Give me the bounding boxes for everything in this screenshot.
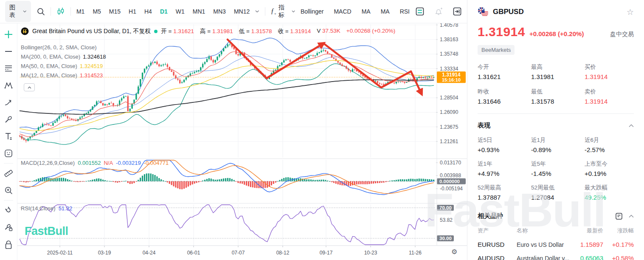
crosshair-tool-icon[interactable] bbox=[2, 26, 15, 43]
chart-symbol-header: Great Britain Pound vs US Dollar, D1, 不复… bbox=[21, 27, 395, 35]
chevron-up-icon[interactable] bbox=[629, 215, 634, 218]
performance-cell: 上市至今+0.19% bbox=[585, 160, 634, 177]
function-icon: ƒ+ bbox=[271, 7, 276, 16]
timeframe-chevron-icon[interactable] bbox=[255, 10, 259, 13]
lock-tool-icon[interactable] bbox=[2, 236, 15, 253]
indicator-shortcuts: BollingerMACDMAMARSI bbox=[301, 8, 410, 15]
performance-cell: 近1月-0.89% bbox=[531, 136, 585, 153]
top-toolbar: 图表 M1M5M15H1H4D1W1MN1MN3MN12 ƒ+ 指标 Bolli… bbox=[0, 0, 467, 23]
related-table-header: 资产名称最新价涨跌幅 bbox=[478, 227, 634, 235]
low-value: 1.31578 bbox=[251, 28, 272, 34]
volume-value: 37.53K bbox=[322, 28, 340, 34]
magnet-tool-icon[interactable] bbox=[2, 202, 15, 219]
quote-cell: 最高1.31981 bbox=[531, 63, 585, 80]
ohlc-values: 开 = 1.31621 高 = 1.31981 低 = 1.31578 收 = … bbox=[161, 28, 395, 35]
brush-tool-icon[interactable] bbox=[2, 111, 15, 128]
performance-title: 表现 bbox=[478, 122, 629, 130]
svg-text:2025-02-11: 2025-02-11 bbox=[47, 250, 73, 256]
timeframe-w1[interactable]: W1 bbox=[176, 8, 185, 15]
timeframe-mn3[interactable]: MN3 bbox=[213, 8, 226, 15]
related-title: 相关品种 bbox=[478, 212, 615, 220]
indicators-menu[interactable]: ƒ+ 指标 bbox=[271, 4, 295, 19]
legend-collapse-button[interactable] bbox=[24, 83, 35, 91]
trading-app: 图表 M1M5M15H1H4D1W1MN1MN3MN12 ƒ+ 指标 Bolli… bbox=[0, 0, 644, 260]
timeframe-m1[interactable]: M1 bbox=[76, 8, 84, 15]
trend-line-tool-icon[interactable] bbox=[2, 43, 15, 60]
svg-text:03-19: 03-19 bbox=[98, 250, 111, 256]
timeframe-group: M1M5M15H1H4D1W1MN1MN3MN12 bbox=[76, 8, 250, 15]
open-value: 1.31621 bbox=[173, 28, 194, 34]
indicator-legend: Bollinger(26, 0, 2, SMA, Close) MA(200, … bbox=[21, 43, 106, 80]
quote-sidebar: GBPUSD ☆ 1.31914 +0.00268 (+0.20%) 盘中交易 … bbox=[467, 0, 644, 260]
svg-text:-0.005194: -0.005194 bbox=[440, 186, 463, 192]
chart-settings-gear-icon[interactable]: ⚙ bbox=[451, 248, 457, 256]
svg-text:1.23675: 1.23675 bbox=[440, 124, 458, 130]
forecast-arrow-tool-icon[interactable] bbox=[2, 94, 15, 111]
timeframe-d1[interactable]: D1 bbox=[160, 8, 168, 15]
ruler-tool-icon[interactable] bbox=[2, 165, 15, 182]
divider bbox=[265, 7, 265, 16]
macd-dif-value: -0.003219 bbox=[116, 160, 141, 166]
quote-cell: 昨收1.31646 bbox=[478, 88, 531, 105]
indicator-shortcut-rsi-4[interactable]: RSI bbox=[400, 8, 410, 15]
performance-section-header[interactable]: 表现 bbox=[478, 122, 634, 130]
sidebar-change: +0.00268 (+0.20%) bbox=[529, 30, 584, 37]
pattern-tool-icon[interactable] bbox=[2, 77, 15, 94]
search-icon[interactable] bbox=[37, 7, 45, 16]
timeframe-h1[interactable]: H1 bbox=[129, 8, 136, 15]
svg-text:15:16:10: 15:16:10 bbox=[442, 77, 461, 82]
divider bbox=[4, 163, 13, 164]
svg-text:06-01: 06-01 bbox=[187, 250, 200, 256]
emoji-tool-icon[interactable] bbox=[2, 145, 15, 162]
timeframe-mn1[interactable]: MN1 bbox=[193, 8, 205, 15]
legend-bollinger: Bollinger(26, 0, 2, SMA, Close) bbox=[21, 43, 106, 52]
close-value: 1.31914 bbox=[290, 28, 311, 34]
performance-cell: 52周最低1.27084 bbox=[531, 184, 585, 201]
svg-text:30.00: 30.00 bbox=[439, 236, 452, 241]
high-value: 1.31981 bbox=[212, 28, 233, 34]
indicator-shortcut-bollinger-0[interactable]: Bollinger bbox=[301, 8, 323, 15]
performance-cell: 近1年+4.97% bbox=[478, 160, 531, 177]
svg-text:0.003988: 0.003988 bbox=[440, 172, 461, 178]
related-row-audusd[interactable]: AUDUSDAustralian Dollar v...0.65063+0.58… bbox=[478, 254, 634, 260]
sidebar-last-price: 1.31914 bbox=[478, 25, 525, 39]
svg-text:09-17: 09-17 bbox=[320, 250, 333, 256]
performance-cell: 52周最高1.37887 bbox=[478, 184, 531, 201]
performance-cell: 近6月-2.57% bbox=[585, 136, 634, 153]
svg-text:1.40578: 1.40578 bbox=[440, 23, 458, 28]
layout-panels-icon[interactable] bbox=[415, 7, 425, 16]
quote-grid: 今开1.31621最高1.31981买价1.31914昨收1.31646最低1.… bbox=[478, 63, 634, 105]
zoom-in-tool-icon[interactable] bbox=[2, 182, 15, 199]
timeframe-h4[interactable]: H4 bbox=[144, 8, 152, 15]
fib-lines-tool-icon[interactable] bbox=[2, 60, 15, 77]
chart-type-menu[interactable]: 图表 bbox=[5, 1, 31, 22]
alert-bell-icon[interactable] bbox=[434, 7, 443, 16]
indicator-shortcut-ma-2[interactable]: MA bbox=[362, 8, 371, 15]
candlestick-style-icon[interactable] bbox=[56, 7, 65, 16]
lock-drawings-tool-icon[interactable] bbox=[2, 219, 15, 236]
market-open-dot bbox=[154, 30, 157, 33]
rsi-label-row: RSI(14,Close)51.32 bbox=[21, 205, 72, 212]
svg-text:1.28504: 1.28504 bbox=[440, 95, 458, 101]
related-section-header[interactable]: 相关品种 bbox=[478, 212, 634, 220]
chevron-up-icon[interactable] bbox=[629, 124, 634, 127]
divider bbox=[478, 113, 634, 114]
text-tool-icon[interactable] bbox=[2, 128, 15, 145]
toolbar-right-icons bbox=[415, 7, 462, 16]
gbp-icon bbox=[21, 27, 29, 35]
broker-tag[interactable]: BeeMarkets bbox=[478, 45, 515, 55]
chart-panel[interactable]: 2025-02-1103-1904-2406-0107-0708-1209-17… bbox=[17, 23, 467, 260]
collapse-panel-icon[interactable] bbox=[453, 7, 462, 16]
indicator-shortcut-ma-3[interactable]: MA bbox=[381, 8, 390, 15]
timeframe-mn12[interactable]: MN12 bbox=[234, 8, 250, 15]
indicator-shortcut-macd-1[interactable]: MACD bbox=[334, 8, 351, 15]
list-view-icon[interactable] bbox=[615, 212, 623, 220]
favorite-star-icon[interactable]: ☆ bbox=[627, 7, 634, 17]
performance-cell: 近5日+0.93% bbox=[478, 136, 531, 153]
timeframe-m5[interactable]: M5 bbox=[93, 8, 101, 15]
timeframe-m15[interactable]: M15 bbox=[109, 8, 121, 15]
related-row-eurusd[interactable]: EURUSDEuro vs US Dollar1.15897+0.17% bbox=[478, 241, 634, 248]
svg-text:1.35748: 1.35748 bbox=[440, 51, 458, 57]
chevron-down-icon bbox=[23, 10, 27, 13]
macd-na-value: N/A bbox=[104, 160, 113, 166]
